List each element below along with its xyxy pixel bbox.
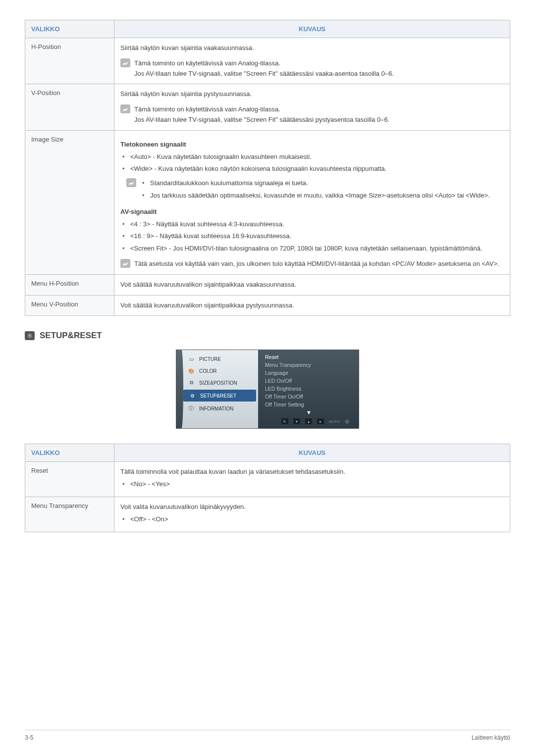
note-line: Tätä asetusta voi käyttää vain vain, jos… [134, 259, 504, 269]
power-icon: ⏻ [345, 418, 349, 424]
note-icon [120, 104, 130, 113]
list-item: <Off> - <On> [122, 514, 504, 525]
osd-option: Off Timer On/Off [265, 394, 353, 400]
list-item: <Wide> - Kuva näytetään koko näytön koko… [122, 164, 504, 174]
size-icon: ⧉ [187, 379, 195, 386]
note-line: Tämä toiminto on käytettävissä vain Anal… [134, 104, 504, 115]
list-item: Jos tarkkuus säädetään optimaaliseksi, k… [142, 191, 490, 201]
desc-text: Tällä toiminnolla voit palauttaa kuvan l… [120, 467, 504, 477]
note-line: Jos AV-tilaan tulee TV-signaali, valitse… [134, 69, 504, 79]
osd-tab-setup-reset: ⚙ SETUP&RESET [183, 390, 256, 402]
osd-option: Language [265, 370, 353, 376]
menu-desc: Voit valita kuvaruutuvalikon läpinäkyvyy… [114, 497, 510, 532]
note-block: Tämä toiminto on käytettävissä vain Anal… [120, 58, 504, 79]
list-item: <Screen Fit> - Jos HDMI/DVI-tilan tulosi… [122, 244, 504, 254]
section-title: SETUP&RESET [40, 331, 102, 341]
desc-text: Siirtää näytön kuvan sijaintia pystysuun… [120, 89, 504, 100]
osd-option: Menu Transparency [265, 362, 353, 368]
note-block: Tätä asetusta voi käyttää vain vain, jos… [120, 259, 504, 269]
menu-desc: Voit säätää kuvaruutuvalikon sijaintipai… [114, 295, 510, 316]
osd-tab-label: PICTURE [199, 356, 221, 362]
osd-tab-picture: ▭ PICTURE [176, 353, 258, 365]
menu-desc: Tietokoneen signaalit <Auto> - Kuva näyt… [114, 130, 510, 274]
note-block: Standarditaulukkoon kuulumattomia signaa… [126, 178, 504, 203]
sub-heading: Tietokoneen signaalit [120, 140, 504, 150]
sub-heading: AV-signaalit [120, 207, 504, 217]
menu-desc: Voit säätää kuvaruutuvalikon sijaintipai… [114, 274, 510, 295]
menu-label: Menu Transparency [25, 497, 114, 532]
footer-title: Laitteen käyttö [472, 734, 510, 741]
menu-label: Menu H-Position [25, 274, 114, 295]
menu-label: Image Size [25, 130, 114, 274]
table-row: Menu V-Position Voit säätää kuvaruutuval… [25, 295, 510, 316]
osd-tab-label: INFORMATION [199, 406, 233, 411]
col-header-menu: VALIKKO [25, 444, 114, 462]
note-block: Tämä toiminto on käytettävissä vain Anal… [120, 104, 504, 125]
menu-desc: Tällä toiminnolla voit palauttaa kuvan l… [114, 462, 510, 497]
osd-tab-label: SETUP&RESET [200, 393, 236, 399]
page-footer: 3-5 Laitteen käyttö [25, 730, 510, 741]
palette-icon: 🎨 [187, 367, 195, 374]
desc-text: Siirtää näytön kuvan sijaintia vaakasuun… [120, 43, 504, 53]
note-line: Jos AV-tilaan tulee TV-signaali, valitse… [134, 115, 504, 125]
desc-text: Voit valita kuvaruutuvalikon läpinäkyvyy… [120, 502, 504, 512]
osd-option: Reset [265, 354, 353, 360]
menu-desc: Siirtää näytön kuvan sijaintia vaakasuun… [114, 38, 510, 84]
note-icon [120, 259, 130, 268]
osd-screenshot: ▭ PICTURE 🎨 COLOR ⧉ SIZE&POSITION ⚙ SETU… [25, 350, 510, 429]
table-row: Menu Transparency Voit valita kuvaruutuv… [25, 497, 510, 532]
list-item: Standarditaulukkoon kuulumattomia signaa… [142, 178, 490, 189]
menu-desc: Siirtää näytön kuvan sijaintia pystysuun… [114, 84, 510, 130]
col-header-desc: KUVAUS [114, 444, 510, 462]
osd-option: LED On/Off [265, 378, 353, 384]
gear-icon [25, 331, 35, 340]
osd-tab-size-position: ⧉ SIZE&POSITION [176, 377, 258, 389]
close-icon: ✕ [281, 418, 288, 424]
table-row: Reset Tällä toiminnolla voit palauttaa k… [25, 462, 510, 497]
svg-point-0 [29, 335, 31, 337]
note-icon [120, 58, 130, 67]
osd-option: Off Timer Setting [265, 402, 353, 407]
list-item: <4 : 3> - Näyttää kuvat suhteessa 4:3-ku… [122, 219, 504, 230]
list-item: <16 : 9> - Näyttää kuvat suhteessa 16:9-… [122, 231, 504, 242]
picture-icon: ▭ [187, 355, 195, 362]
table-row: Image Size Tietokoneen signaalit <Auto> … [25, 130, 510, 274]
osd-tab-label: COLOR [199, 368, 217, 374]
table-row: H-Position Siirtää näytön kuvan sijainti… [25, 38, 510, 84]
note-icon [126, 178, 136, 187]
col-header-desc: KUVAUS [114, 20, 510, 38]
up-icon: ▴ [305, 418, 312, 424]
menu-label: V-Position [25, 84, 114, 130]
osd-option: LED Brightness [265, 386, 353, 392]
page-number: 3-5 [25, 734, 33, 741]
section-header: SETUP&RESET [25, 331, 510, 341]
list-item: <Auto> - Kuva näytetään tulosignaalin ku… [122, 152, 504, 162]
table-row: Menu H-Position Voit säätää kuvaruutuval… [25, 274, 510, 295]
auto-label: AUTO [329, 418, 340, 424]
menu-label: Menu V-Position [25, 295, 114, 316]
chevron-down-icon: ▼ [265, 409, 353, 415]
menu-table-2: VALIKKO KUVAUS Reset Tällä toiminnolla v… [25, 444, 510, 532]
osd-tab-label: SIZE&POSITION [199, 380, 237, 386]
osd-tab-information: ⓘ INFORMATION [176, 403, 258, 414]
list-item: <No> - <Yes> [122, 479, 504, 490]
down-icon: ▾ [293, 418, 300, 424]
osd-tab-color: 🎨 COLOR [176, 365, 258, 377]
gear-icon: ⚙ [188, 392, 196, 399]
info-icon: ⓘ [187, 405, 195, 412]
menu-table-1: VALIKKO KUVAUS H-Position Siirtää näytön… [25, 20, 510, 316]
table-row: V-Position Siirtää näytön kuvan sijainti… [25, 84, 510, 130]
note-line: Tämä toiminto on käytettävissä vain Anal… [134, 58, 504, 69]
enter-icon: ▸ [317, 418, 324, 424]
menu-label: H-Position [25, 38, 114, 84]
menu-label: Reset [25, 462, 114, 497]
col-header-menu: VALIKKO [25, 20, 114, 38]
